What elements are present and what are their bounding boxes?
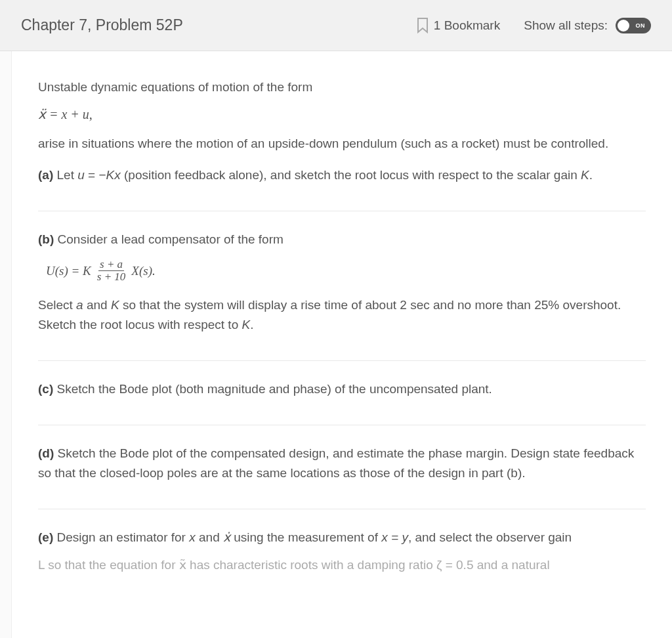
problem-intro-and-a: Unstable dynamic equations of motion of … (38, 77, 646, 211)
bookmark-button[interactable]: 1 Bookmark (417, 18, 500, 33)
part-a: (a) Let u = −Kx (position feedback alone… (38, 165, 646, 184)
part-e: (e) Design an estimator for x and ẋ usin… (38, 528, 646, 574)
bookmark-label: 1 Bookmark (434, 18, 500, 33)
toggle-knob (618, 20, 629, 32)
equation-motion: ẍ = x + u, (38, 104, 646, 125)
header-actions: 1 Bookmark Show all steps: ON (417, 18, 651, 33)
fraction: s + a s + 10 (96, 259, 127, 284)
part-b-equation: U(s) = K s + a s + 10 X(s). (46, 259, 646, 284)
bookmark-icon (417, 18, 429, 33)
part-e-cutoff: L so that the equation for x̃ has charac… (38, 555, 646, 574)
show-steps-control: Show all steps: ON (524, 18, 651, 33)
part-b: (b) Consider a lead compensator of the f… (38, 230, 646, 361)
intro-line-1: Unstable dynamic equations of motion of … (38, 77, 646, 96)
left-gutter (0, 51, 12, 638)
header-bar: Chapter 7, Problem 52P 1 Bookmark Show a… (0, 0, 672, 51)
part-b-lead: (b) Consider a lead compensator of the f… (38, 230, 646, 249)
intro-line-2: arise in situations where the motion of … (38, 134, 646, 153)
toggle-state-label: ON (636, 22, 646, 29)
page-title: Chapter 7, Problem 52P (21, 16, 183, 34)
steps-toggle[interactable]: ON (616, 18, 651, 33)
part-a-label: (a) (38, 168, 53, 182)
part-c: (c) Sketch the Bode plot (both magnitude… (38, 379, 646, 425)
problem-content: Unstable dynamic equations of motion of … (12, 51, 672, 638)
steps-label: Show all steps: (524, 18, 608, 33)
part-b-tail: Select a and K so that the system will d… (38, 295, 646, 334)
part-d: (d) Sketch the Bode plot of the compensa… (38, 444, 646, 509)
